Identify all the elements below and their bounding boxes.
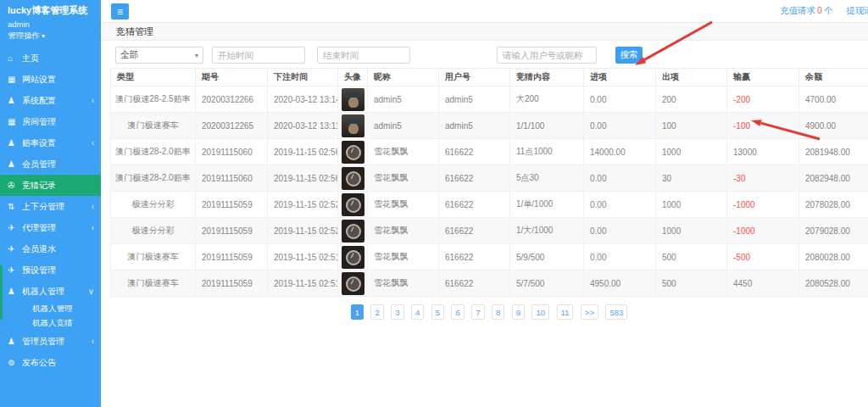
cell-balance: 4900.00 [799,113,868,139]
cell-bet-time: 2019-11-15 02:52:53 [268,218,338,244]
cell-winloss: -500 [733,253,750,262]
cell-type: 澳门极速赛车 [111,244,196,270]
column-header: 进项 [584,69,656,86]
topbar-links: 充值请求0个 提现请求0个 [780,0,868,22]
cell-bet-time: 2019-11-15 02:51:38 [268,244,338,270]
sidebar-item[interactable]: ♟ 会员管理 [0,153,101,175]
cell-type: 澳门极速赛车 [111,270,196,297]
page-button[interactable]: 11 [557,304,574,320]
sidebar-item[interactable]: ⊚ 发布公告 [0,352,101,373]
user-menu-toggle[interactable]: 管理操作▾ [8,31,92,42]
rooms-icon: ▦ [8,117,22,126]
cell-period: 20191115059 [196,218,268,244]
page-button[interactable]: 583 [605,304,627,320]
updown-icon: ⇅ [8,202,22,211]
cell-period: 20191115059 [196,270,268,297]
admin-icon: ♟ [8,337,22,346]
app-title: lucky博客管理系统 [8,5,92,16]
cell-income: 0.00 [584,192,656,218]
withdraw-requests-link[interactable]: 提现请求0个 [846,5,868,17]
page-button[interactable]: 9 [512,304,525,320]
sidebar-item-label: 网站设置 [22,74,94,86]
start-time-input[interactable] [212,47,305,64]
cell-balance: 2079028.00 [799,218,868,244]
sidebar-toggle-button[interactable]: ≡ [111,3,129,20]
sidebar-item[interactable]: ▦ 房间管理 [0,111,101,132]
sidebar-item[interactable]: ♟ 系统配置 ‹ [0,90,101,111]
sidebar-item-label: 预设管理 [22,265,94,276]
page-button[interactable]: 10 [531,304,549,320]
active-group-indicator [0,265,3,320]
sidebar-item[interactable]: ✇ 竞猜记录 [0,175,101,196]
cell-winloss: -1000 [733,226,755,236]
type-select[interactable]: 全部 ▾ [115,47,203,64]
sidebar-item[interactable]: ✈ 会员退水 [0,238,101,259]
avatar [342,141,364,164]
recharge-requests-link[interactable]: 充值请求0个 [780,5,832,17]
cell-balance: 2078028.00 [799,192,868,218]
sidebar-item-label: 房间管理 [22,116,94,128]
sidebar-item[interactable]: ♟ 赔率设置 ‹ [0,132,101,153]
cell-period: 20191115059 [196,244,268,270]
sidebar-item[interactable]: 机器人管理 [0,302,101,316]
cell-user-id: 616622 [439,139,510,165]
page-button[interactable]: 5 [431,304,444,320]
cell-user-id: 616622 [439,218,510,244]
table-header-row: 类型期号下注时间头像昵称用户号竞猜内容进项出项输赢余额 [111,69,868,86]
page-button[interactable]: 7 [471,304,484,320]
avatar [342,114,364,137]
cell-outgo: 30 [656,165,727,192]
sidebar-item-label: 管理员管理 [22,336,92,348]
sidebar-item-label: 会员管理 [22,159,94,170]
cell-winloss: -100 [733,121,750,131]
sidebar-item[interactable]: 机器人竞猜 [0,316,101,331]
sidebar-item[interactable]: ♟ 管理员管理 ‹ [0,331,101,352]
menu-icon: ≡ [117,6,123,18]
sidebar-item[interactable]: ✈ 代理管理 ‹ [0,217,101,238]
cell-balance: 2081948.00 [799,139,868,165]
table-row: 澳门极速赛车 20191115059 2019-11-15 02:51:38 雪… [111,270,868,297]
sidebar-item[interactable]: ⌂ 主页 [0,47,101,69]
cell-outgo: 200 [656,86,727,113]
cell-nickname: admin5 [368,86,439,113]
search-button[interactable]: 搜索 [615,47,643,64]
cell-user-id: admin5 [439,113,510,139]
column-header: 下注时间 [268,69,338,86]
table-row: 极速分分彩 20191115059 2019-11-15 02:52:53 雪花… [111,192,868,218]
chevron-left-icon: ‹ [92,337,94,346]
cell-type: 澳门极速赛车 [111,113,196,139]
page-button[interactable]: 1 [351,304,364,320]
sidebar-item[interactable]: ♟ 机器人管理 ∨ [0,281,101,302]
page-button[interactable]: 2 [370,304,383,320]
dropdown-caret-icon: ▾ [42,32,45,40]
cell-period: 20191115059 [196,192,268,218]
site-settings-icon: ▦ [8,75,22,84]
page-button[interactable]: 6 [451,304,464,320]
page-button[interactable]: 3 [391,304,403,320]
send-icon: ✈ [8,244,22,254]
cell-bet-content: 1/单/1000 [510,192,584,218]
end-time-input[interactable] [317,47,410,64]
user-search-input[interactable] [497,47,597,64]
sidebar-item-label: 会员退水 [22,243,94,255]
page-button[interactable]: >> [581,304,598,320]
cell-income: 0.00 [584,244,656,270]
page-button[interactable]: 4 [411,304,424,320]
current-user: admin [8,20,92,29]
pagination: 1 2 3 4 5 6 7 8 9 10 11 >> [110,304,868,320]
table-row: 澳门极速28-2.0赔率 20191115060 2019-11-15 02:5… [111,139,868,165]
cell-balance: 2080528.00 [799,270,868,297]
cell-type: 极速分分彩 [111,218,196,244]
topbar: ≡ 充值请求0个 提现请求0个 [101,0,868,23]
sidebar-item[interactable]: ⇅ 上下分管理 ‹ [0,196,101,217]
cell-income: 0.00 [584,86,656,113]
chevron-left-icon: ‹ [92,96,94,105]
sidebar-item[interactable]: ▦ 网站设置 [0,69,101,90]
avatar [342,193,364,216]
cell-period: 20200312266 [196,86,268,113]
sidebar-item[interactable]: ✈ 预设管理 [0,259,101,281]
cell-winloss: -30 [733,174,745,183]
column-header: 昵称 [368,69,439,86]
page-button[interactable]: 8 [492,304,504,320]
table-row: 澳门极速赛车 20191115059 2019-11-15 02:51:38 雪… [111,244,868,270]
